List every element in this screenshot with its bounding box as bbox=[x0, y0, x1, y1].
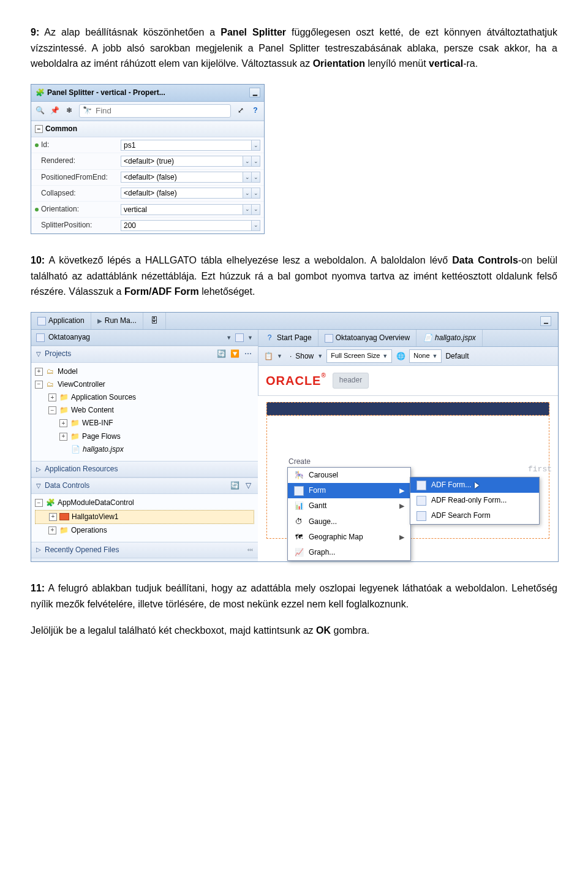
tree-label: Page Flows bbox=[82, 431, 121, 443]
tree-row-model[interactable]: + 🗂 Model bbox=[35, 365, 254, 378]
menu-icon[interactable]: ⋯ bbox=[243, 349, 253, 359]
application-selector[interactable]: Oktatoanyag ▼ ▼ bbox=[31, 330, 258, 346]
orientation-input[interactable] bbox=[121, 204, 243, 215]
splitterposition-dropdown-icon[interactable]: ⌄ bbox=[252, 220, 260, 231]
expander-icon[interactable]: + bbox=[48, 393, 56, 401]
tab-application[interactable]: Application bbox=[31, 313, 91, 329]
expander-icon[interactable]: − bbox=[48, 406, 56, 414]
tree-row-viewcontroller[interactable]: − 🗂 ViewController bbox=[35, 378, 254, 391]
appmodule-icon: 🧩 bbox=[45, 498, 55, 508]
collapsed-more-icon[interactable]: ⌄ bbox=[252, 188, 260, 199]
data-controls-header[interactable]: ▽ Data Controls 🔄 ▽ bbox=[31, 477, 258, 494]
application-resources-header[interactable]: ▷ Application Resources bbox=[31, 461, 258, 477]
tab-db[interactable]: 🗄 bbox=[143, 313, 166, 329]
projects-label: Projects bbox=[45, 348, 71, 360]
style-select[interactable]: None ▼ bbox=[409, 349, 442, 363]
chevron-down-icon[interactable]: ▼ bbox=[317, 352, 323, 360]
globe-icon[interactable]: 🌐 bbox=[396, 351, 405, 361]
minimize-button[interactable]: ▁ bbox=[540, 316, 551, 326]
freeze-icon[interactable]: ❄ bbox=[64, 106, 74, 116]
tree-row-operations[interactable]: + 📁 Operations bbox=[35, 524, 254, 537]
tab-start-page[interactable]: ? Start Page bbox=[258, 330, 318, 346]
filter-icon[interactable]: 🔽 bbox=[230, 349, 239, 359]
pfe-more-icon[interactable]: ⌄ bbox=[252, 172, 260, 183]
find-input[interactable] bbox=[94, 105, 200, 116]
menu-label: Gauge... bbox=[309, 516, 337, 528]
prop-id-row: Id: ⌄ bbox=[31, 137, 264, 153]
gantt-icon: 📊 bbox=[294, 501, 304, 511]
project-icon: 🗂 bbox=[45, 379, 55, 389]
data-controls-tree: − 🧩 AppModuleDataControl + HallgatoView1… bbox=[31, 494, 258, 542]
expander-icon[interactable]: − bbox=[35, 381, 43, 389]
prop-orientation-row: Orientation: ⌄ ⌄ bbox=[31, 202, 264, 218]
app-menu-icon[interactable] bbox=[235, 333, 244, 342]
menu-item-form[interactable]: Form ▶ bbox=[288, 483, 410, 498]
help-icon[interactable]: ? bbox=[251, 106, 260, 116]
expander-icon[interactable]: + bbox=[48, 526, 56, 534]
submenu-item-adf-search-form[interactable]: ADF Search Form bbox=[410, 508, 539, 523]
expander-icon[interactable]: + bbox=[59, 433, 67, 441]
toolbar-icon[interactable]: 📋 bbox=[263, 351, 273, 361]
tree-row-pageflows[interactable]: + 📁 Page Flows bbox=[35, 430, 254, 443]
menu-item-graph[interactable]: 📈 Graph... bbox=[288, 545, 410, 560]
panel-splitter-top-region[interactable] bbox=[266, 402, 549, 416]
design-canvas[interactable]: | first Create 🎠 Carousel Form ▶ 📊 bbox=[258, 396, 558, 561]
expander-icon[interactable]: − bbox=[35, 499, 43, 507]
ide-left-pane: Oktatoanyag ▼ ▼ ▽ Projects 🔄 🔽 ⋯ + 🗂 Mod… bbox=[31, 330, 258, 558]
figure-ide-drag-drop: Application ▶ Run Ma... 🗄 ▁ Oktatoanyag … bbox=[31, 312, 557, 562]
recently-opened-header[interactable]: ▷ Recently Opened Files ‹‹‹ bbox=[31, 542, 258, 558]
refresh-icon[interactable]: 🔄 bbox=[216, 349, 226, 359]
filter-icon[interactable]: ▽ bbox=[243, 481, 253, 491]
text: Az alap beállításnak köszönhetően a bbox=[39, 27, 221, 37]
id-input[interactable] bbox=[121, 140, 252, 151]
tab-run-manager[interactable]: ▶ Run Ma... bbox=[91, 313, 143, 329]
positionedfromend-input[interactable] bbox=[121, 172, 243, 183]
pfe-dropdown-icon[interactable]: ⌄ bbox=[243, 172, 252, 183]
menu-item-gantt[interactable]: 📊 Gantt ▶ bbox=[288, 498, 410, 514]
chevron-down-icon: ▼ bbox=[277, 352, 282, 360]
tree-label: hallgato.jspx bbox=[83, 444, 124, 455]
refresh-icon[interactable]: 🔄 bbox=[230, 481, 239, 491]
rendered-input[interactable] bbox=[121, 156, 243, 167]
tree-row-webinf[interactable]: + 📁 WEB-INF bbox=[35, 417, 254, 430]
orientation-dropdown-icon[interactable]: ⌄ bbox=[243, 204, 252, 215]
tab-label: Start Page bbox=[277, 332, 312, 344]
expander-icon[interactable]: + bbox=[49, 513, 57, 521]
id-dropdown-icon[interactable]: ⌄ bbox=[252, 140, 260, 151]
ide-window: Application ▶ Run Ma... 🗄 ▁ Oktatoanyag … bbox=[31, 312, 559, 562]
tab-hallgato-jspx[interactable]: 📄 hallgato.jspx bbox=[417, 330, 483, 346]
paragraph-step-10: 10: A következő lépés a HALLGATO tábla e… bbox=[31, 253, 557, 300]
minimize-button[interactable]: ▁ bbox=[249, 88, 260, 97]
expander-icon[interactable]: + bbox=[35, 368, 43, 376]
menu-item-gauge[interactable]: ⏱ Gauge... bbox=[288, 514, 410, 530]
tree-row-hallgato-jspx[interactable]: 📄 hallgato.jspx bbox=[35, 443, 254, 456]
run-icon: ▶ bbox=[97, 316, 102, 326]
splitterposition-input[interactable] bbox=[121, 220, 252, 231]
tree-row-webcontent[interactable]: − 📁 Web Content bbox=[35, 404, 254, 417]
projects-header[interactable]: ▽ Projects 🔄 🔽 ⋯ bbox=[31, 346, 258, 362]
pin-icon[interactable]: 📌 bbox=[50, 106, 59, 116]
chevron-down-icon: ▼ bbox=[226, 333, 232, 342]
submenu-item-adf-form[interactable]: ADF Form... bbox=[410, 477, 539, 493]
common-section-header[interactable]: −Common bbox=[31, 121, 264, 137]
ide-top-tabbar: Application ▶ Run Ma... 🗄 ▁ bbox=[31, 313, 558, 330]
collapsed-input[interactable] bbox=[121, 188, 243, 199]
prop-rendered-row: Rendered: ⌄ ⌄ bbox=[31, 153, 264, 169]
orientation-more-icon[interactable]: ⌄ bbox=[252, 204, 260, 215]
screen-size-select[interactable]: Full Screen Size ▼ bbox=[326, 349, 392, 363]
tab-oktatoanyag-overview[interactable]: Oktatoanyag Overview bbox=[318, 330, 417, 346]
tree-row-hallgatoview1[interactable]: + HallgatoView1 bbox=[35, 510, 254, 524]
menu-item-geographic-map[interactable]: 🗺 Geographic Map ▶ bbox=[288, 530, 410, 545]
project-icon: 🗂 bbox=[45, 367, 55, 376]
collapsed-dropdown-icon[interactable]: ⌄ bbox=[243, 188, 252, 199]
rendered-dropdown-icon[interactable]: ⌄ bbox=[243, 156, 252, 167]
expand-tool-icon[interactable]: ⤢ bbox=[236, 106, 246, 116]
menu-item-carousel[interactable]: 🎠 Carousel bbox=[288, 468, 410, 483]
submenu-item-adf-readonly-form[interactable]: ADF Read-only Form... bbox=[410, 493, 539, 508]
find-icon[interactable]: 🔍 bbox=[35, 106, 45, 116]
rendered-more-icon[interactable]: ⌄ bbox=[252, 156, 260, 167]
text: Jelöljük be a legalul található két chec… bbox=[31, 625, 316, 636]
tree-row-appsources[interactable]: + 📁 Application Sources bbox=[35, 391, 254, 404]
expander-icon[interactable]: + bbox=[59, 419, 67, 427]
tree-row-appmodule[interactable]: − 🧩 AppModuleDataControl bbox=[35, 496, 254, 509]
